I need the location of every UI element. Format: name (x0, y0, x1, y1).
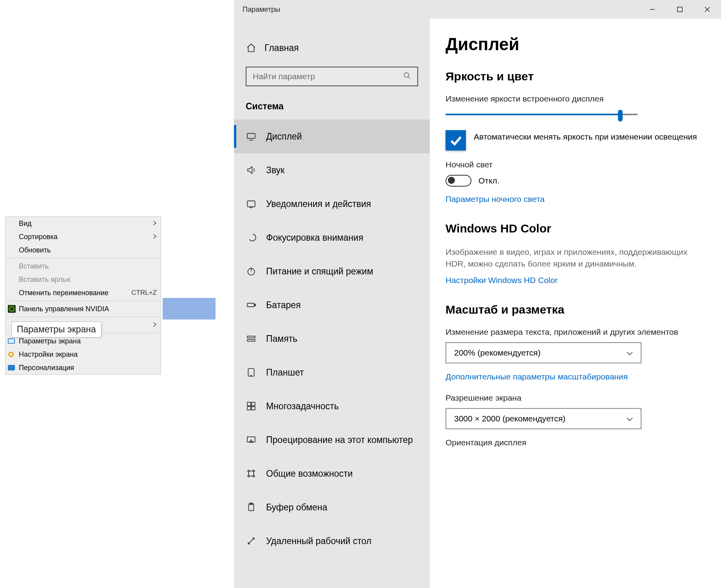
chevron-down-icon (627, 414, 633, 423)
svg-point-22 (248, 475, 249, 477)
close-button[interactable] (694, 0, 721, 19)
power-icon (246, 266, 257, 277)
brightness-label: Изменение яркости встроенного дисплея (446, 94, 705, 103)
svg-rect-17 (247, 407, 251, 410)
auto-brightness-checkbox[interactable] (446, 130, 466, 151)
night-light-toggle[interactable] (446, 175, 471, 187)
ctx-item-view[interactable]: Вид (5, 217, 161, 230)
nav-item-storage[interactable]: Память (234, 322, 430, 356)
brightness-slider[interactable] (446, 109, 638, 121)
svg-rect-18 (252, 407, 255, 410)
chevron-right-icon (153, 233, 157, 241)
ctx-label: Вставить (19, 262, 49, 270)
ctx-item-nvidia[interactable]: Панель управления NVIDIA (5, 302, 161, 316)
shared-icon (246, 468, 257, 479)
nav-item-sound[interactable]: Звук (234, 153, 430, 187)
context-menu-separator (6, 258, 160, 258)
nav-item-label: Дисплей (266, 131, 302, 142)
nav-item-label: Уведомления и действия (266, 199, 371, 209)
svg-point-23 (253, 475, 254, 477)
nav-item-clip[interactable]: Буфер обмена (234, 490, 430, 524)
ctx-label: Панель управления NVIDIA (19, 305, 109, 313)
svg-point-20 (248, 470, 249, 472)
tooltip: Параметры экрана (11, 321, 101, 338)
resolution-value: 3000 × 2000 (рекомендуется) (454, 414, 565, 423)
scale-value: 200% (рекомендуется) (454, 348, 540, 358)
nav-item-shared[interactable]: Общие возможности (234, 457, 430, 490)
ctx-item-paste: Вставить (5, 260, 161, 273)
nav-item-tablet[interactable]: Планшет (234, 356, 430, 389)
svg-rect-9 (247, 303, 254, 307)
multi-icon (246, 401, 257, 412)
settings-content: Дисплей Яркость и цвет Изменение яркости… (430, 19, 721, 588)
sound-icon (246, 165, 257, 176)
minimize-button[interactable] (639, 0, 666, 19)
gear-icon (8, 351, 14, 358)
home-button[interactable]: Главная (234, 38, 430, 57)
ctx-item-undo-rename[interactable]: Отменить переименование CTRL+Z (5, 286, 161, 299)
ctx-label: Обновить (19, 246, 51, 254)
context-menu-separator (6, 301, 160, 301)
home-icon (246, 42, 257, 53)
svg-rect-12 (247, 339, 255, 341)
svg-line-3 (408, 77, 410, 79)
ctx-label: Вид (19, 220, 32, 228)
ctx-label: Отменить переименование (19, 289, 109, 297)
nav-item-label: Планшет (266, 367, 304, 378)
nav-item-display[interactable]: Дисплей (234, 120, 430, 153)
maximize-button[interactable] (666, 0, 694, 19)
svg-rect-10 (255, 304, 255, 306)
nav-item-label: Многозадачность (266, 401, 339, 412)
context-menu-separator (6, 317, 160, 317)
settings-sidebar: Главная Система ДисплейЗвукУведомления и… (234, 19, 430, 588)
nav-item-multi[interactable]: Многозадачность (234, 389, 430, 423)
night-light-settings-link[interactable]: Параметры ночного света (446, 194, 545, 204)
ctx-label: Настройки экрана (19, 350, 78, 359)
nav-item-label: Память (266, 334, 297, 344)
remote-icon (246, 535, 257, 546)
resolution-dropdown[interactable]: 3000 × 2000 (рекомендуется) (446, 408, 641, 429)
clip-icon (246, 502, 257, 513)
hd-color-link[interactable]: Настройки Windows HD Color (446, 276, 558, 285)
display-icon (246, 131, 257, 142)
nav-item-power[interactable]: Питание и спящий режим (234, 254, 430, 288)
ctx-label: Персонализация (19, 364, 74, 372)
scale-dropdown[interactable]: 200% (рекомендуется) (446, 342, 641, 363)
hd-color-description: Изображение в видео, играх и приложениях… (446, 246, 705, 270)
page-title: Дисплей (446, 34, 705, 54)
settings-window: Параметры Главная Система ДисплейЗвукУве… (234, 0, 721, 588)
nav-item-notif[interactable]: Уведомления и действия (234, 187, 430, 221)
nav-item-label: Фокусировка внимания (266, 232, 363, 243)
battery-icon (246, 299, 257, 310)
storage-icon (246, 333, 257, 344)
slider-thumb[interactable] (618, 110, 623, 122)
nav-item-label: Батарея (266, 300, 301, 310)
svg-rect-1 (678, 7, 682, 12)
titlebar: Параметры (234, 0, 721, 19)
project-icon (246, 434, 257, 445)
nav-item-project[interactable]: Проецирование на этот компьютер (234, 423, 430, 457)
nav-item-label: Буфер обмена (266, 502, 327, 513)
night-light-label: Ночной свет (446, 160, 705, 169)
svg-rect-15 (247, 402, 251, 406)
ctx-item-personalization[interactable]: Персонализация (5, 361, 161, 374)
svg-rect-6 (247, 201, 255, 207)
scale-advanced-link[interactable]: Дополнительные параметры масштабирования (446, 372, 628, 381)
ctx-item-sort[interactable]: Сортировка (5, 230, 161, 243)
ctx-item-screen-settings[interactable]: Настройки экрана (5, 348, 161, 361)
ctx-item-refresh[interactable]: Обновить (5, 243, 161, 257)
chevron-down-icon (627, 348, 633, 358)
settings-search[interactable] (246, 67, 418, 86)
nav-item-label: Общие возможности (266, 468, 353, 479)
chevron-right-icon (153, 220, 157, 228)
personalization-icon (8, 365, 15, 370)
ctx-shortcut: CTRL+Z (131, 289, 157, 297)
search-input[interactable] (253, 72, 403, 81)
nvidia-icon (8, 305, 16, 313)
nav-item-battery[interactable]: Батарея (234, 288, 430, 322)
desktop-context-menu: Вид Сортировка Обновить Вставить Вставит… (5, 216, 161, 375)
nav-item-label: Проецирование на этот компьютер (266, 435, 413, 445)
nav-item-focus[interactable]: Фокусировка внимания (234, 221, 430, 254)
slider-fill (446, 114, 620, 115)
nav-item-remote[interactable]: Удаленный рабочий стол (234, 524, 430, 558)
